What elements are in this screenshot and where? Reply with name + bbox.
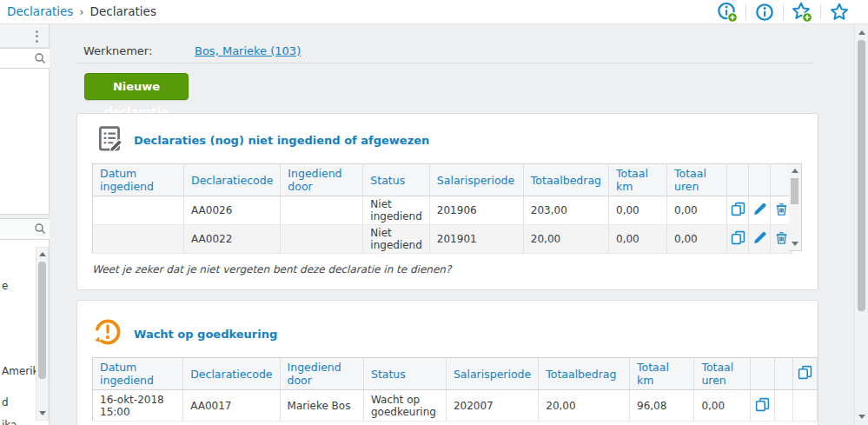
- favorite-add-icon[interactable]: [791, 2, 813, 23]
- table-row: 16-okt-2018 15:00 AA0017 Marieke Bos Wac…: [93, 390, 818, 422]
- col-ingediend-door: Ingediend door: [281, 164, 363, 196]
- breadcrumb: Declaraties›Declaraties: [7, 4, 156, 18]
- sidebar-list-item[interactable]: ika: [2, 419, 17, 425]
- breadcrumb-link-declaraties[interactable]: Declaraties: [7, 4, 73, 18]
- delete-icon[interactable]: [772, 202, 790, 217]
- sidebar-search-input[interactable]: [2, 50, 35, 66]
- copy-all-icon[interactable]: [797, 365, 814, 381]
- top-actions: [716, 2, 851, 23]
- werknemer-label: Werknemer:: [83, 44, 152, 57]
- top-bar: Declaraties›Declaraties: [0, 0, 868, 24]
- scroll-up-icon[interactable]: [39, 252, 46, 256]
- breadcrumb-separator-icon: ›: [79, 5, 83, 18]
- scroll-down-icon[interactable]: [39, 411, 46, 415]
- sidebar-search: [0, 48, 50, 69]
- divider: [783, 4, 784, 20]
- divider: [76, 63, 813, 63]
- search-icon[interactable]: [34, 52, 47, 69]
- favorite-icon[interactable]: [828, 2, 851, 23]
- sidebar-list-item[interactable]: e: [2, 280, 8, 292]
- col-declaratiecode: Declaratiecode: [183, 358, 280, 390]
- sidebar-list-item[interactable]: Amerik: [2, 365, 39, 377]
- sidebar-list-search-input[interactable]: [2, 221, 35, 236]
- kebab-menu-icon[interactable]: [30, 28, 43, 45]
- scroll-down-icon[interactable]: [792, 242, 798, 246]
- panel-title: Wacht op goedkeuring: [134, 328, 277, 341]
- info-add-icon[interactable]: [716, 2, 739, 23]
- table-header-row: Datum ingediend Declaratiecode Ingediend…: [93, 164, 792, 196]
- table-scrollbar-thumb[interactable]: [791, 178, 798, 204]
- panel-niet-ingediend: Declaraties (nog) niet ingediend of afge…: [76, 113, 818, 290]
- document-edit-icon: [96, 124, 125, 157]
- col-totaalbedrag: Totaalbedrag: [523, 164, 608, 196]
- col-totaal-uren: Totaal uren: [694, 358, 751, 390]
- table-scrollbar[interactable]: [789, 163, 802, 251]
- sidebar-list-scrollbar[interactable]: [36, 247, 49, 421]
- table-row: AA0026 Niet ingediend 201906 203,00 0,00…: [93, 196, 792, 225]
- divider: [745, 4, 746, 20]
- copy-icon[interactable]: [729, 202, 746, 217]
- scroll-up-icon[interactable]: [792, 169, 798, 173]
- search-icon[interactable]: [34, 222, 47, 239]
- reminder-note: Weet je zeker dat je niet vergeten bent …: [92, 263, 451, 276]
- sidebar-scrollbar-thumb[interactable]: [38, 262, 46, 379]
- col-salarisperiode: Salarisperiode: [429, 164, 523, 196]
- col-datum-ingediend: Datum ingediend: [93, 358, 183, 390]
- sidebar-top-panel: [0, 24, 50, 215]
- info-icon[interactable]: [753, 2, 776, 23]
- sidebar-header-strip: [0, 24, 49, 48]
- edit-icon[interactable]: [751, 230, 768, 246]
- page-scrollbar-thumb[interactable]: [858, 40, 865, 311]
- page-scrollbar[interactable]: [854, 24, 868, 425]
- col-status: Status: [363, 358, 446, 390]
- table-header-row: Datum ingediend Declaratiecode Ingediend…: [93, 358, 818, 390]
- waiting-approval-icon: [92, 316, 123, 351]
- delete-icon[interactable]: [772, 230, 790, 246]
- col-totaalbedrag: Totaalbedrag: [539, 358, 630, 390]
- goedkeuring-table: Datum ingediend Declaratiecode Ingediend…: [92, 357, 818, 422]
- nieuwe-declaratie-button[interactable]: Nieuwe declaratie: [84, 73, 189, 100]
- col-status: Status: [363, 164, 430, 196]
- sidebar-list-search: [0, 219, 50, 240]
- panel-title: Declaraties (nog) niet ingediend of afge…: [134, 134, 429, 147]
- sidebar-list-item[interactable]: d: [2, 396, 9, 408]
- panel-wacht-op-goedkeuring: Wacht op goedkeuring Datum ingediend Dec…: [76, 300, 818, 425]
- breadcrumb-current: Declaraties: [90, 4, 156, 18]
- col-totaal-km: Totaal km: [630, 358, 694, 390]
- divider: [820, 4, 821, 20]
- copy-icon[interactable]: [729, 230, 746, 246]
- col-datum-ingediend: Datum ingediend: [93, 164, 184, 196]
- sidebar-bottom-panel: e Amerik d ika: [0, 218, 50, 425]
- edit-icon[interactable]: [751, 202, 768, 217]
- declaraties-table: Datum ingediend Declaratiecode Ingediend…: [92, 163, 792, 254]
- werknemer-link[interactable]: Bos, Marieke (103): [195, 44, 301, 57]
- table-row: AA0022 Niet ingediend 201901 20,00 0,00 …: [93, 225, 792, 254]
- col-totaal-km: Totaal km: [609, 164, 667, 196]
- col-salarisperiode: Salarisperiode: [446, 358, 538, 390]
- col-declaratiecode: Declaratiecode: [184, 164, 281, 196]
- col-ingediend-door: Ingediend door: [280, 358, 363, 390]
- scroll-down-icon[interactable]: [858, 415, 865, 419]
- scroll-up-icon[interactable]: [858, 30, 865, 35]
- copy-icon[interactable]: [753, 397, 771, 413]
- col-totaal-uren: Totaal uren: [667, 164, 727, 196]
